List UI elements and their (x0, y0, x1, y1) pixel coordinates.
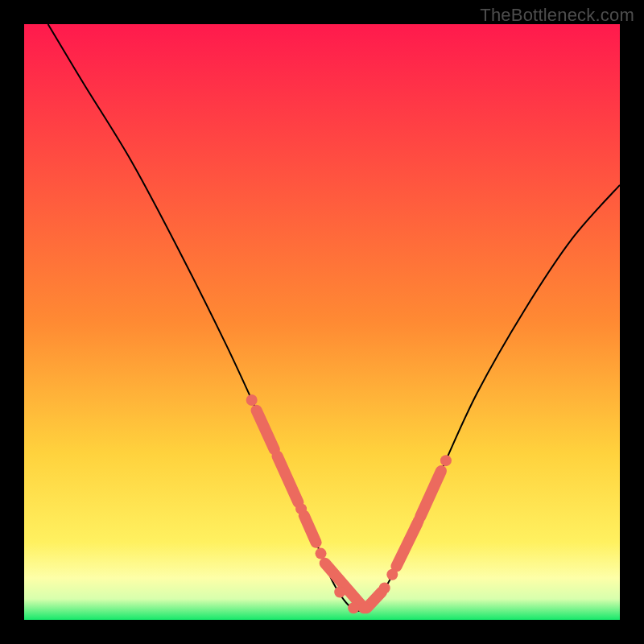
watermark-text: TheBottleneck.com (480, 5, 634, 26)
highlight-point (386, 569, 398, 580)
highlight-point (316, 548, 327, 559)
highlight-point (348, 602, 359, 613)
chart-overlay-svg (24, 24, 620, 620)
highlight-point (379, 583, 390, 594)
highlight-point (246, 394, 258, 406)
highlight-point (295, 503, 307, 514)
highlight-segment (397, 523, 418, 566)
highlight-segment (278, 456, 299, 502)
highlight-point (440, 455, 452, 466)
highlight-segment (420, 471, 441, 517)
highlight-point (359, 602, 370, 613)
bottleneck-curve (48, 24, 620, 611)
highlight-segment (257, 411, 275, 450)
highlight-point (334, 586, 345, 597)
highlight-point (413, 515, 424, 526)
highlight-segment (304, 516, 316, 543)
chart-frame (24, 24, 620, 620)
highlight-segments-group (257, 411, 441, 608)
